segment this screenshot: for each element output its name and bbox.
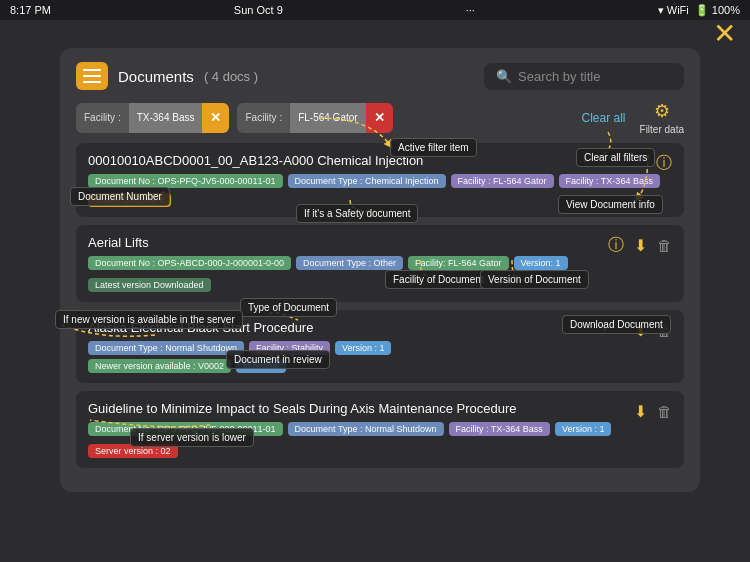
tag-docno-2: Document No : OPS-ABCD-000-J-000001-0-00 <box>88 256 291 270</box>
doc-actions-2: ⓘ ⬇ 🗑 <box>608 235 672 256</box>
doc-item-3: Alaska Electrical Black Start Procedure … <box>76 310 684 383</box>
menu-line-2 <box>83 75 101 77</box>
trash-button-3[interactable]: 🗑 <box>657 322 672 339</box>
info-button-2[interactable]: ⓘ <box>608 235 624 256</box>
tag-version-2: Version: 1 <box>514 256 568 270</box>
doc-title-1: 00010010ABCD0001_00_AB123-A000 Chemical … <box>88 153 423 168</box>
trash-button-2[interactable]: 🗑 <box>657 237 672 254</box>
doc-row-2: Aerial Lifts ⓘ ⬇ 🗑 <box>88 235 672 256</box>
menu-line-3 <box>83 81 101 83</box>
documents-panel: Documents ( 4 docs ) 🔍 Search by title F… <box>60 48 700 492</box>
search-placeholder: Search by title <box>518 69 600 84</box>
tag-facility-4: Facility : TX-364 Bass <box>449 422 550 436</box>
filter-actions: Clear all ⚙ Filter data <box>582 100 684 135</box>
download-button-2[interactable]: ⬇ <box>634 236 647 255</box>
doc-tags-3: Document Type : Normal Shutdown Facility… <box>88 341 672 355</box>
search-icon: 🔍 <box>496 69 512 84</box>
doc-actions-4: ⬇ 🗑 <box>634 402 672 421</box>
status-bar: 8:17 PM Sun Oct 9 ··· ▾ WiFi 🔋 100% <box>0 0 750 20</box>
info-button-1[interactable]: ⓘ <box>656 153 672 174</box>
clear-all-button[interactable]: Clear all <box>582 111 626 125</box>
filter-data-button[interactable]: ⚙ Filter data <box>640 100 684 135</box>
tag-facility-1b: Facility : TX-364 Bass <box>559 174 660 188</box>
filter-icon: ⚙ <box>654 100 670 122</box>
tag-review-3: In review <box>236 359 286 373</box>
panel-header: Documents ( 4 docs ) 🔍 Search by title <box>60 48 700 90</box>
filter-data-label: Filter data <box>640 124 684 135</box>
download-button-3[interactable]: ⬇ <box>634 321 647 340</box>
filter-chip-1: Facility : TX-364 Bass ✕ <box>76 103 229 133</box>
menu-line-1 <box>83 69 101 71</box>
tag-docno-1: Document No : OPS-PFQ-JV5-000-00011-01 <box>88 174 283 188</box>
chip2-close[interactable]: ✕ <box>366 103 393 133</box>
chip2-label: Facility : <box>237 103 290 133</box>
status-date: Sun Oct 9 <box>234 4 283 16</box>
close-button[interactable]: ✕ <box>713 20 736 48</box>
doc-row-3: Alaska Electrical Black Start Procedure … <box>88 320 672 341</box>
dots: ··· <box>466 4 475 16</box>
wifi-icon: ▾ WiFi <box>658 4 689 17</box>
tag-doctype-1: Document Type : Chemical Injection <box>288 174 446 188</box>
tag-latest-2: Latest version Downloaded <box>88 278 211 292</box>
filter-chip-2: Facility : FL-564 Gator ✕ <box>237 103 392 133</box>
doc-title-2: Aerial Lifts <box>88 235 149 250</box>
doc-count: ( 4 docs ) <box>204 69 258 84</box>
trash-button-4[interactable]: 🗑 <box>657 403 672 420</box>
chip1-label: Facility : <box>76 103 129 133</box>
tag-doctype-2: Document Type : Other <box>296 256 403 270</box>
battery-icon: 🔋 100% <box>695 4 740 17</box>
tag-safety-1: Safety Document <box>88 193 171 207</box>
extra-tags-4: Server version : 02 <box>88 440 672 458</box>
menu-button[interactable] <box>76 62 108 90</box>
tag-version-4: Version : 1 <box>555 422 612 436</box>
doc-tags-4: Document No : OPS-PFQ-JV5-000-00011-01 D… <box>88 422 672 436</box>
doc-title-4: Guideline to Minimize Impact to Seals Du… <box>88 401 517 416</box>
tag-doctype-3: Document Type : Normal Shutdown <box>88 341 244 355</box>
document-list: 00010010ABCD0001_00_AB123-A000 Chemical … <box>60 143 700 492</box>
doc-row-4: Guideline to Minimize Impact to Seals Du… <box>88 401 672 422</box>
tag-facility-2: Facility: FL-564 Gator <box>408 256 509 270</box>
tag-doctype-4: Document Type : Normal Shutdown <box>288 422 444 436</box>
doc-item-1: 00010010ABCD0001_00_AB123-A000 Chemical … <box>76 143 684 217</box>
download-button-4[interactable]: ⬇ <box>634 402 647 421</box>
extra-tags-3: Newer version available : V0002 In revie… <box>88 359 672 373</box>
doc-item-2: Aerial Lifts ⓘ ⬇ 🗑 Document No : OPS-ABC… <box>76 225 684 302</box>
panel-title: Documents <box>118 68 194 85</box>
status-time: 8:17 PM <box>10 4 51 16</box>
doc-title-3: Alaska Electrical Black Start Procedure <box>88 320 313 335</box>
filter-row: Facility : TX-364 Bass ✕ Facility : FL-5… <box>60 90 700 143</box>
tag-docno-4: Document No : OPS-PFQ-JV5-000-00011-01 <box>88 422 283 436</box>
doc-actions-1: ⓘ <box>656 153 672 174</box>
chip1-value: TX-364 Bass <box>129 103 203 133</box>
extra-tag-row-2: Latest version Downloaded <box>88 274 672 292</box>
doc-actions-3: ⬇ 🗑 <box>634 321 672 340</box>
chip2-value: FL-564 Gator <box>290 103 365 133</box>
tag-newer-3: Newer version available : V0002 <box>88 359 231 373</box>
tag-facility-3: Facility : Stability <box>249 341 330 355</box>
chip1-close[interactable]: ✕ <box>202 103 229 133</box>
doc-row-1: 00010010ABCD0001_00_AB123-A000 Chemical … <box>88 153 672 174</box>
doc-tags-1: Document No : OPS-PFQ-JV5-000-00011-01 D… <box>88 174 672 207</box>
tag-facility-1: Facility : FL-564 Gator <box>451 174 554 188</box>
tag-server-4: Server version : 02 <box>88 444 178 458</box>
search-bar[interactable]: 🔍 Search by title <box>484 63 684 90</box>
doc-item-4: Guideline to Minimize Impact to Seals Du… <box>76 391 684 468</box>
tag-version-3: Version : 1 <box>335 341 392 355</box>
doc-tags-2: Document No : OPS-ABCD-000-J-000001-0-00… <box>88 256 672 270</box>
